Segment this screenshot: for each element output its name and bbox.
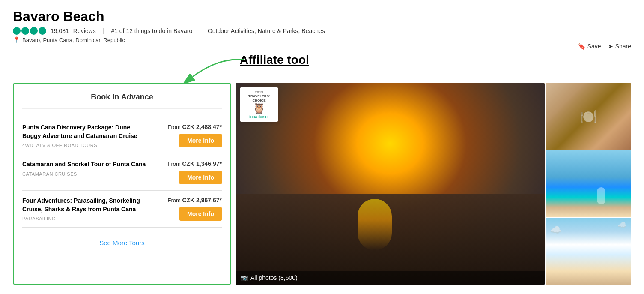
tour-item-2: Catamaran and Snorkel Tour of Punta Cana… <box>22 154 222 191</box>
booking-widget-title: Book In Advance <box>22 93 222 109</box>
separator-2: | <box>199 27 201 34</box>
categories: Outdoor Activities, Nature & Parks, Beac… <box>208 27 325 34</box>
sun-reflection <box>358 199 392 250</box>
tour-item-1: Punta Cana Discovery Package: Dune Buggy… <box>22 117 222 154</box>
photo-count-overlay[interactable]: 📷 All photos (8,600) <box>236 271 545 285</box>
tour-info-1: Punta Cana Discovery Package: Dune Buggy… <box>22 123 153 148</box>
tour-price-action-2: From CZK 1,346.97* More Info <box>153 160 222 184</box>
review-label: Reviews <box>73 27 96 34</box>
tour-price-action-3: From CZK 2,967.67* More Info <box>153 197 222 221</box>
page: Bavaro Beach 19,081 Reviews | #1 of 12 t… <box>0 0 644 293</box>
star-2 <box>21 27 29 35</box>
tour-price-1: From CZK 2,488.47* <box>167 123 222 130</box>
save-icon: 🔖 <box>578 43 585 50</box>
more-info-button-3[interactable]: More Info <box>179 207 222 221</box>
tour-category-2: CATAMARAN CRUISES <box>22 171 149 177</box>
save-label: Save <box>587 43 601 50</box>
tour-category-3: PARASAILING <box>22 216 149 221</box>
save-button[interactable]: 🔖 Save <box>578 43 601 50</box>
main-content: Book In Advance Punta Cana Discovery Pac… <box>13 83 631 285</box>
location-text: Bavaro, Punta Cana, Dominican Republic <box>22 37 125 43</box>
tour-name-1: Punta Cana Discovery Package: Dune Buggy… <box>22 123 149 140</box>
tripadvisor-brand: tripadvisor <box>249 114 269 119</box>
see-more-tours-link[interactable]: See More Tours <box>99 239 145 246</box>
star-4 <box>39 27 46 35</box>
tour-info-3: Four Adventures: Parasailing, Snorkeling… <box>22 197 153 221</box>
side-photo-clouds[interactable]: ☁️ ☁️ <box>546 218 631 285</box>
location-pin-icon: 📍 <box>13 36 20 43</box>
main-photo[interactable]: 2019 TRAVELERS'CHOICE 🦉 tripadvisor 📷 Al… <box>236 83 545 285</box>
tour-price-2: From CZK 1,346.97* <box>167 160 222 167</box>
more-info-button-1[interactable]: More Info <box>179 134 222 147</box>
side-photos: 🍽️ ☁️ ☁️ <box>546 83 631 285</box>
share-button[interactable]: ➤ Share <box>608 43 631 50</box>
affiliate-tool-label: Affiliate tool <box>240 53 309 67</box>
tour-item-3: Four Adventures: Parasailing, Snorkeling… <box>22 191 222 228</box>
affiliate-annotation-area: Affiliate tool <box>13 53 631 83</box>
tour-name-2: Catamaran and Snorkel Tour of Punta Cana <box>22 160 149 169</box>
cloud-icon-2: ☁️ <box>617 220 627 230</box>
share-icon: ➤ <box>608 43 613 50</box>
ranking-badge: #1 of 12 things to do in Bavaro <box>111 27 192 34</box>
see-more-section: See More Tours <box>22 232 222 246</box>
badge-year: 2019 <box>255 90 263 94</box>
photo-count: 📷 All photos (8,600) <box>241 274 540 281</box>
star-rating <box>13 27 46 35</box>
all-photos-label: All photos (8,600) <box>250 274 298 281</box>
page-title: Bavaro Beach <box>13 9 578 24</box>
tour-category-1: 4WD, ATV & OFF-ROAD TOURS <box>22 143 149 148</box>
tripadvisor-owl-icon: 🦉 <box>253 102 265 114</box>
booking-widget: Book In Advance Punta Cana Discovery Pac… <box>13 83 231 285</box>
affiliate-arrow <box>150 55 248 83</box>
side-photo-beach[interactable] <box>546 150 631 217</box>
share-label: Share <box>615 43 631 50</box>
separator-1: | <box>103 27 104 34</box>
tour-price-3: From CZK 2,967.67* <box>167 197 222 204</box>
badge-title: TRAVELERS'CHOICE <box>248 94 270 102</box>
location-row: 📍 Bavaro, Punta Cana, Dominican Republic <box>13 36 578 43</box>
side-photo-food[interactable]: 🍽️ <box>546 83 631 150</box>
photo-section: 2019 TRAVELERS'CHOICE 🦉 tripadvisor 📷 Al… <box>236 83 631 285</box>
tour-info-2: Catamaran and Snorkel Tour of Punta Cana… <box>22 160 153 177</box>
star-1 <box>13 27 21 35</box>
review-count: 19,081 <box>51 27 69 34</box>
more-info-button-2[interactable]: More Info <box>179 171 222 184</box>
tour-price-action-1: From CZK 2,488.47* More Info <box>153 123 222 147</box>
header-left: Bavaro Beach 19,081 Reviews | #1 of 12 t… <box>13 9 578 43</box>
star-3 <box>30 27 38 35</box>
tour-name-3: Four Adventures: Parasailing, Snorkeling… <box>22 197 149 213</box>
header: Bavaro Beach 19,081 Reviews | #1 of 12 t… <box>13 9 631 50</box>
tripadvisor-badge: 2019 TRAVELERS'CHOICE 🦉 tripadvisor <box>240 87 278 122</box>
cloud-icon: ☁️ <box>550 225 561 236</box>
camera-icon: 📷 <box>241 274 248 281</box>
header-actions: 🔖 Save ➤ Share <box>578 9 631 50</box>
rating-row: 19,081 Reviews | #1 of 12 things to do i… <box>13 27 578 35</box>
